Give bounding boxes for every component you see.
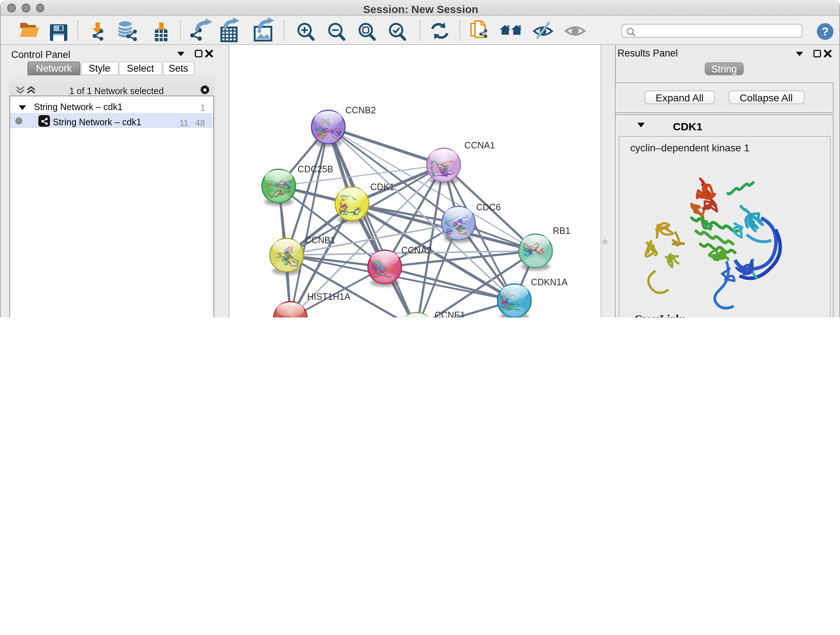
svg-text:HIST1H1A: HIST1H1A — [307, 291, 351, 302]
svg-text:CCNE1: CCNE1 — [434, 310, 465, 318]
svg-text:CDKN1A: CDKN1A — [531, 277, 568, 287]
svg-text:?: ? — [821, 25, 829, 38]
svg-text:CCNB2: CCNB2 — [345, 105, 376, 115]
svg-text:CCNA1: CCNA1 — [464, 140, 495, 150]
svg-text:CDC6: CDC6 — [476, 202, 501, 212]
svg-text:CDC25B: CDC25B — [298, 164, 333, 174]
svg-text:RB1: RB1 — [553, 226, 570, 236]
svg-text:CCNB1: CCNB1 — [305, 235, 336, 245]
svg-text:CDK1: CDK1 — [370, 182, 395, 192]
svg-text:CCNA2: CCNA2 — [401, 245, 432, 255]
